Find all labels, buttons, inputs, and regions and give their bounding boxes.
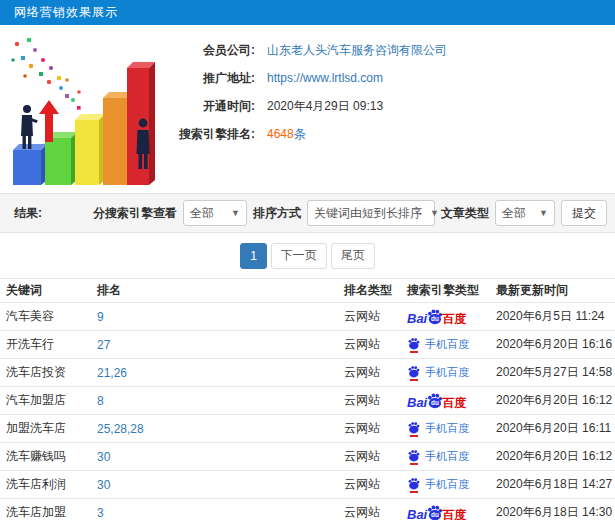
article-type-value: 全部 xyxy=(502,205,526,222)
mobile-baidu-logo: 手机百度 xyxy=(407,421,469,437)
rank-type-cell: 云网站 xyxy=(340,331,403,359)
rank-cell: 25,28,28 xyxy=(93,415,340,443)
rank-type-cell: 云网站 xyxy=(340,415,403,443)
col-header-keyword: 关键词 xyxy=(0,279,93,303)
results-table-body: 汽车美容9云网站Baidu百度2020年6月5日 11:24开洗车行27云网站手… xyxy=(0,303,615,520)
rank-value-link[interactable]: 8 xyxy=(97,394,104,408)
baidu-paw-icon xyxy=(407,365,420,378)
submit-button[interactable]: 提交 xyxy=(561,200,607,226)
rank-count-label: 搜索引擎排名: xyxy=(160,126,255,143)
rank-value-link[interactable]: 27 xyxy=(97,338,110,352)
rank-value-link[interactable]: 30 xyxy=(97,478,110,492)
rank-cell: 3 xyxy=(93,499,340,520)
engine-filter-label: 分搜索引擎查看 xyxy=(93,205,177,222)
company-info-section: 会员公司: 山东老人头汽车服务咨询有限公司 推广地址: https://www.… xyxy=(0,25,615,193)
table-row: 洗车店投资21,26云网站手机百度2020年5月27日 14:58 xyxy=(0,359,615,387)
engine-cell: 手机百度 xyxy=(403,331,492,359)
filter-controls: 分搜索引擎查看 全部 ▼ 排序方式 关键词由短到长排序 ▼ 文章类型 全部 ▼ … xyxy=(93,200,607,226)
svg-text:du: du xyxy=(431,315,439,322)
sort-value: 关键词由短到长排序 xyxy=(314,205,422,222)
info-row-url: 推广地址: https://www.lrtlsd.com xyxy=(160,64,615,92)
baidu-logo: Baidu百度 xyxy=(407,308,466,325)
col-header-engine-type: 搜索引擎类型 xyxy=(403,279,492,303)
info-row-open-time: 开通时间: 2020年4月29日 09:13 xyxy=(160,92,615,120)
growth-chart-illustration xyxy=(5,30,155,188)
last-page-button[interactable]: 尾页 xyxy=(331,243,375,269)
updated-cell: 2020年6月18日 14:27 xyxy=(492,471,615,499)
rank-type-cell: 云网站 xyxy=(340,443,403,471)
engine-cell: 手机百度 xyxy=(403,359,492,387)
baidu-paw-icon xyxy=(407,421,420,434)
page-title-bar: 网络营销效果展示 xyxy=(0,0,615,25)
info-row-rank-count: 搜索引擎排名: 4648 条 xyxy=(160,120,615,148)
company-label: 会员公司: xyxy=(160,42,255,59)
rank-value-link[interactable]: 30 xyxy=(97,450,110,464)
open-time-label: 开通时间: xyxy=(160,98,255,115)
table-row: 洗车店加盟3云网站Baidu百度2020年6月18日 14:30 xyxy=(0,499,615,520)
results-table: 关键词 排名 排名类型 搜索引擎类型 最新更新时间 汽车美容9云网站Baidu百… xyxy=(0,278,615,520)
article-type-label: 文章类型 xyxy=(441,205,489,222)
baidu-logo: Baidu百度 xyxy=(407,504,466,520)
col-header-rank: 排名 xyxy=(93,279,340,303)
updated-cell: 2020年6月18日 14:30 xyxy=(492,499,615,520)
col-header-updated: 最新更新时间 xyxy=(492,279,615,303)
rank-cell: 8 xyxy=(93,387,340,415)
baidu-paw-icon xyxy=(407,337,420,350)
rank-cell: 30 xyxy=(93,471,340,499)
updated-cell: 2020年6月5日 11:24 xyxy=(492,303,615,331)
keyword-cell: 汽车美容 xyxy=(0,303,93,331)
next-page-button[interactable]: 下一页 xyxy=(271,243,327,269)
sort-label: 排序方式 xyxy=(253,205,301,222)
rank-value-link[interactable]: 3 xyxy=(97,506,104,520)
rank-cell: 21,26 xyxy=(93,359,340,387)
info-rows: 会员公司: 山东老人头汽车服务咨询有限公司 推广地址: https://www.… xyxy=(160,25,615,193)
keyword-cell: 洗车店加盟 xyxy=(0,499,93,520)
engine-filter-select[interactable]: 全部 ▼ xyxy=(183,200,247,226)
article-type-select[interactable]: 全部 ▼ xyxy=(495,200,555,226)
engine-cell: 手机百度 xyxy=(403,471,492,499)
engine-cell: Baidu百度 xyxy=(403,387,492,415)
rank-value-link[interactable]: 21,26 xyxy=(97,366,127,380)
baidu-paw-icon: du xyxy=(426,392,443,409)
company-name-link[interactable]: 山东老人头汽车服务咨询有限公司 xyxy=(267,42,447,59)
chevron-down-icon: ▼ xyxy=(231,208,240,218)
keyword-cell: 洗车赚钱吗 xyxy=(0,443,93,471)
rank-cell: 9 xyxy=(93,303,340,331)
rank-count-suffix: 条 xyxy=(294,126,306,143)
sort-select[interactable]: 关键词由短到长排序 ▼ xyxy=(307,200,435,226)
chevron-down-icon: ▼ xyxy=(430,208,439,218)
rank-cell: 27 xyxy=(93,331,340,359)
rank-value-link[interactable]: 25,28,28 xyxy=(97,422,144,436)
keyword-cell: 开洗车行 xyxy=(0,331,93,359)
baidu-paw-icon: du xyxy=(426,504,443,520)
rank-type-cell: 云网站 xyxy=(340,387,403,415)
updated-cell: 2020年6月20日 16:12 xyxy=(492,443,615,471)
keyword-cell: 加盟洗车店 xyxy=(0,415,93,443)
engine-cell: 手机百度 xyxy=(403,443,492,471)
updated-cell: 2020年6月20日 16:16 xyxy=(492,331,615,359)
updated-cell: 2020年6月20日 16:12 xyxy=(492,387,615,415)
rank-value-link[interactable]: 9 xyxy=(97,310,104,324)
mobile-baidu-logo: 手机百度 xyxy=(407,477,469,493)
page-title: 网络营销效果展示 xyxy=(14,4,118,21)
table-row: 洗车赚钱吗30云网站手机百度2020年6月20日 16:12 xyxy=(0,443,615,471)
info-row-company: 会员公司: 山东老人头汽车服务咨询有限公司 xyxy=(160,36,615,64)
updated-cell: 2020年6月20日 16:11 xyxy=(492,415,615,443)
col-header-rank-type: 排名类型 xyxy=(340,279,403,303)
table-row: 加盟洗车店25,28,28云网站手机百度2020年6月20日 16:11 xyxy=(0,415,615,443)
baidu-paw-icon xyxy=(407,477,420,490)
mobile-baidu-logo: 手机百度 xyxy=(407,449,469,465)
table-row: 开洗车行27云网站手机百度2020年6月20日 16:16 xyxy=(0,331,615,359)
open-time-value: 2020年4月29日 09:13 xyxy=(267,98,383,115)
updated-cell: 2020年5月27日 14:58 xyxy=(492,359,615,387)
baidu-logo: Baidu百度 xyxy=(407,392,466,409)
rank-type-cell: 云网站 xyxy=(340,471,403,499)
svg-text:du: du xyxy=(431,399,439,406)
rank-count-value: 4648 xyxy=(267,127,294,141)
promo-url-label: 推广地址: xyxy=(160,70,255,87)
promo-url-link[interactable]: https://www.lrtlsd.com xyxy=(267,71,383,85)
rank-type-cell: 云网站 xyxy=(340,499,403,520)
page-number-current[interactable]: 1 xyxy=(240,243,267,269)
table-row: 汽车美容9云网站Baidu百度2020年6月5日 11:24 xyxy=(0,303,615,331)
mobile-baidu-logo: 手机百度 xyxy=(407,365,469,381)
